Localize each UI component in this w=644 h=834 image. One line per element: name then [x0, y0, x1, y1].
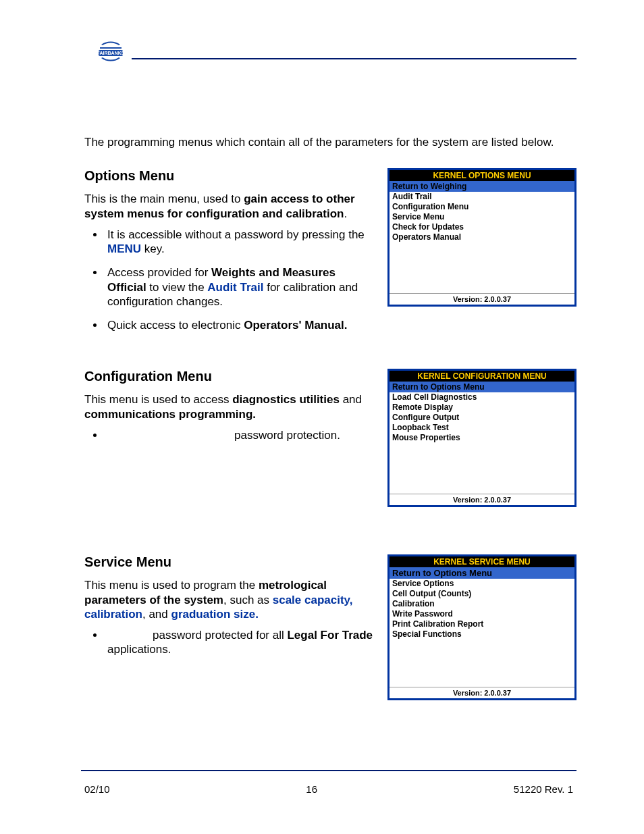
- options-menu-screenshot: KERNEL OPTIONS MENU Return to Weighing A…: [387, 168, 576, 307]
- text-bold: Legal For Trade: [287, 629, 373, 642]
- text-blue: MENU: [107, 242, 141, 255]
- service-para: This menu is used to program the metrolo…: [84, 578, 375, 621]
- menu-highlight: Return to Options Menu: [390, 382, 574, 392]
- menu-item: Configure Output: [392, 413, 572, 423]
- text: This menu is used to program the: [84, 579, 259, 592]
- menu-item: Calibration: [392, 599, 572, 609]
- menu-version: Version: 2.0.0.37: [390, 293, 574, 305]
- text: .: [344, 207, 347, 220]
- text: and: [340, 393, 362, 406]
- config-section: Configuration Menu This menu is used to …: [84, 369, 576, 507]
- text: applications.: [107, 643, 171, 656]
- menu-highlight: Return to Weighing: [390, 181, 574, 192]
- footer-rev: 51220 Rev. 1: [514, 783, 573, 795]
- text: , such as: [223, 594, 273, 606]
- intro-text: The programming menus which contain all …: [84, 135, 576, 149]
- svg-text:FAIRBANKS: FAIRBANKS: [97, 51, 125, 55]
- menu-item: Service Menu: [392, 212, 572, 222]
- config-heading: Configuration Menu: [84, 369, 375, 384]
- menu-item: Service Options: [392, 579, 572, 589]
- text: to view the: [146, 281, 208, 294]
- text-blue: Audit Trail: [207, 281, 263, 294]
- text-blue: graduation size.: [171, 608, 259, 621]
- menu-item: Write Password: [392, 609, 572, 619]
- config-text: Configuration Menu This menu is used to …: [84, 369, 375, 452]
- text: It is accessible without a password by p…: [107, 228, 365, 241]
- text-bold: communications programming.: [84, 408, 256, 421]
- footer: 02/10 16 51220 Rev. 1: [84, 783, 573, 795]
- menu-title: KERNEL CONFIGURATION MENU: [390, 371, 574, 382]
- menu-item: Operators Manual: [392, 232, 572, 242]
- footer-rule: [81, 770, 576, 771]
- service-section: Service Menu This menu is used to progra…: [84, 554, 576, 700]
- menu-item: Cell Output (Counts): [392, 589, 572, 599]
- text: This is the main menu, used to: [84, 192, 244, 205]
- text: password protection.: [234, 429, 340, 442]
- menu-item: Mouse Properties: [392, 433, 572, 443]
- menu-item: Remote Display: [392, 402, 572, 413]
- menu-highlight: Return to Options Menu: [390, 567, 574, 579]
- menu-item: Audit Trail: [392, 192, 572, 202]
- text: key.: [141, 242, 165, 255]
- options-section: Options Menu This is the main menu, used…: [84, 168, 576, 342]
- text-bold: diagnostics utilities: [232, 393, 340, 406]
- menu-item: Loopback Test: [392, 423, 572, 433]
- options-para: This is the main menu, used to gain acce…: [84, 192, 375, 221]
- options-heading: Options Menu: [84, 168, 375, 184]
- text: This menu is used to access: [84, 393, 232, 406]
- menu-items: Service Options Cell Output (Counts) Cal…: [390, 579, 574, 687]
- page: FAIRBANKS The programming menus which co…: [0, 0, 644, 834]
- text-bold: Operators' Manual.: [244, 319, 347, 332]
- service-menu-screenshot: KERNEL SERVICE MENU Return to Options Me…: [387, 554, 576, 700]
- footer-date: 02/10: [84, 783, 110, 795]
- config-list: It is accessible without a password prot…: [84, 428, 375, 442]
- menu-item: Print Calibration Report: [392, 619, 572, 629]
- text: Quick access to electronic: [107, 319, 244, 332]
- list-item: It is accessible without a password by p…: [105, 228, 375, 257]
- menu-items: Audit Trail Configuration Menu Service M…: [390, 192, 574, 293]
- menu-title: KERNEL OPTIONS MENU: [390, 170, 574, 181]
- options-list: It is accessible without a password by p…: [84, 228, 375, 333]
- menu-item: Special Functions: [392, 629, 572, 640]
- list-item: Access provided for Weights and Measures…: [105, 265, 375, 309]
- config-menu-screenshot: KERNEL CONFIGURATION MENU Return to Opti…: [387, 369, 576, 507]
- options-text: Options Menu This is the main menu, used…: [84, 168, 375, 342]
- list-item: It is accepassword protected for all Leg…: [105, 628, 375, 657]
- text: , and: [142, 608, 171, 621]
- text: Access provided for: [107, 266, 211, 279]
- content: The programming menus which contain all …: [84, 135, 576, 700]
- config-para: This menu is used to access diagnostics …: [84, 392, 375, 421]
- service-heading: Service Menu: [84, 554, 375, 570]
- fairbanks-logo: FAIRBANKS: [95, 32, 127, 65]
- list-item: Quick access to electronic Operators' Ma…: [105, 318, 375, 332]
- text: password protected for all: [153, 629, 287, 642]
- service-text: Service Menu This menu is used to progra…: [84, 554, 375, 666]
- menu-version: Version: 2.0.0.37: [390, 687, 574, 698]
- menu-item: Configuration Menu: [392, 202, 572, 212]
- list-item: It is accessible without a password prot…: [105, 428, 375, 442]
- menu-version: Version: 2.0.0.37: [390, 494, 574, 505]
- menu-item: Load Cell Diagnostics: [392, 392, 572, 402]
- footer-page: 16: [306, 783, 317, 795]
- header-rule: [132, 58, 576, 59]
- service-list: It is accepassword protected for all Leg…: [84, 628, 375, 657]
- menu-items: Load Cell Diagnostics Remote Display Con…: [390, 392, 574, 494]
- menu-title: KERNEL SERVICE MENU: [390, 556, 574, 567]
- menu-item: Check for Updates: [392, 222, 572, 232]
